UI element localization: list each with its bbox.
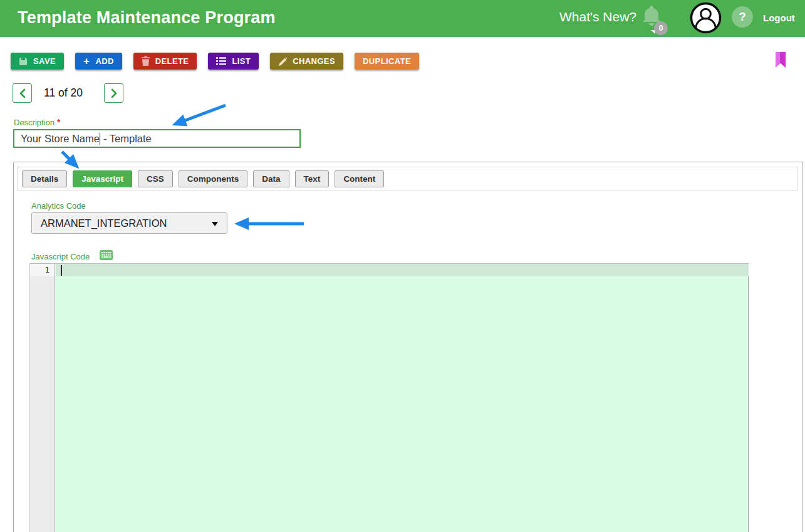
tab-strip: Details Javascript CSS Components Data T… xyxy=(18,167,797,187)
javascript-code-label: Javascript Code xyxy=(31,252,90,261)
tab-css[interactable]: CSS xyxy=(138,170,173,187)
duplicate-label: DUPLICATE xyxy=(363,56,411,66)
add-button[interactable]: + ADD xyxy=(75,53,122,70)
delete-label: DELETE xyxy=(155,56,189,66)
chevron-right-icon xyxy=(110,88,118,98)
keyboard-icon[interactable] xyxy=(100,250,113,260)
delete-button[interactable]: DELETE xyxy=(133,53,197,70)
line-number: 1 xyxy=(30,264,55,276)
record-position-label: 11 of 20 xyxy=(44,83,83,103)
previous-record-button[interactable] xyxy=(13,83,32,103)
description-label: Description* xyxy=(14,117,60,127)
tab-text[interactable]: Text xyxy=(295,170,330,187)
tab-details[interactable]: Details xyxy=(22,170,67,187)
save-button[interactable]: SAVE xyxy=(11,53,64,70)
save-label: SAVE xyxy=(33,56,56,66)
next-record-button[interactable] xyxy=(104,83,123,103)
chevron-left-icon xyxy=(19,88,26,98)
help-button[interactable]: ? xyxy=(732,6,753,28)
avatar-icon[interactable] xyxy=(690,2,722,34)
tab-components[interactable]: Components xyxy=(179,170,248,187)
pencil-icon xyxy=(278,57,287,66)
list-button[interactable]: LIST xyxy=(208,53,259,70)
add-label: ADD xyxy=(95,56,113,66)
editor-code-content[interactable] xyxy=(56,264,749,532)
duplicate-button[interactable]: DUPLICATE xyxy=(355,53,419,70)
list-label: LIST xyxy=(232,56,251,66)
bookmark-icon[interactable] xyxy=(775,52,786,68)
page-title: Template Maintenance Program xyxy=(18,8,276,28)
analytics-code-label: Analytics Code xyxy=(31,201,86,211)
action-toolbar: SAVE + ADD DELETE LIST CHANGES DUPLICATE xyxy=(11,53,419,70)
analytics-code-select[interactable]: ARMANET_INTEGRATION xyxy=(31,212,227,234)
logout-button[interactable]: Logout xyxy=(763,13,795,23)
changes-button[interactable]: CHANGES xyxy=(270,53,343,70)
editor-line-number-gutter: 1 xyxy=(30,264,55,532)
analytics-code-selected-value: ARMANET_INTEGRATION xyxy=(41,217,167,229)
description-value-before-cursor: Your Store Name xyxy=(21,133,100,145)
tab-javascript[interactable]: Javascript xyxy=(73,170,132,187)
required-marker: * xyxy=(57,117,60,127)
app-header: Template Maintenance Program What's New?… xyxy=(0,0,805,37)
notification-count-badge: 0 xyxy=(654,21,668,35)
notification-bell-button[interactable]: 0 xyxy=(640,4,670,35)
plus-icon: + xyxy=(83,56,90,66)
changes-label: CHANGES xyxy=(293,56,335,66)
blue-arrow-to-description xyxy=(175,105,226,124)
dropdown-caret-icon xyxy=(212,222,218,226)
tab-content[interactable]: Content xyxy=(335,170,384,187)
tab-data[interactable]: Data xyxy=(253,170,289,187)
description-value-after-cursor: - Template xyxy=(100,133,151,145)
whats-new-link[interactable]: What's New? xyxy=(559,9,636,24)
javascript-code-editor[interactable]: 1 xyxy=(29,263,749,532)
save-floppy-icon xyxy=(19,57,28,66)
description-input[interactable]: Your Store Name - Template xyxy=(13,129,301,148)
tab-strip-container: Details Javascript CSS Components Data T… xyxy=(17,167,798,190)
trash-icon xyxy=(142,56,150,66)
description-label-text: Description xyxy=(14,118,55,127)
list-icon xyxy=(216,57,226,65)
help-question-mark: ? xyxy=(739,10,746,24)
